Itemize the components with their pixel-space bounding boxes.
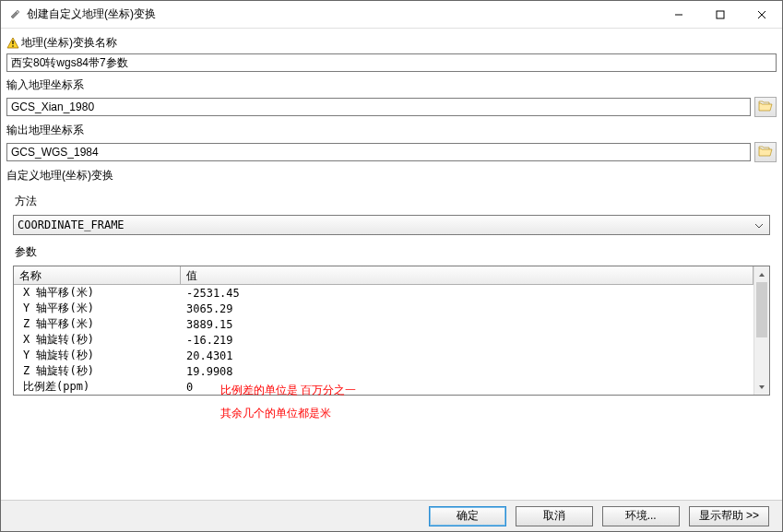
param-name-cell: Z 轴平移(米) xyxy=(14,316,181,332)
chevron-down-icon xyxy=(754,219,764,231)
svg-rect-1 xyxy=(717,11,724,18)
param-value-cell[interactable]: 20.4301 xyxy=(181,349,753,362)
output-cs-browse-button[interactable] xyxy=(754,142,777,162)
cancel-button[interactable]: 取消 xyxy=(516,506,593,526)
show-help-button[interactable]: 显示帮助 >> xyxy=(689,506,769,526)
transform-name-label: 地理(坐标)变换名称 xyxy=(21,35,117,51)
params-label: 参数 xyxy=(15,245,37,258)
param-name-cell: Y 轴旋转(秒) xyxy=(14,348,181,363)
param-name-cell: 比例差(ppm) xyxy=(14,379,181,395)
ok-button[interactable]: 确定 xyxy=(429,506,506,526)
output-cs-label: 输出地理坐标系 xyxy=(6,124,84,136)
method-select[interactable]: COORDINATE_FRAME xyxy=(13,215,770,235)
svg-point-5 xyxy=(12,45,14,47)
custom-transform-label: 自定义地理(坐标)变换 xyxy=(6,169,113,182)
minimize-button[interactable] xyxy=(658,1,699,28)
environment-button[interactable]: 环境... xyxy=(602,506,680,526)
param-name-cell: Z 轴旋转(秒) xyxy=(14,363,181,379)
table-row[interactable]: Z 轴旋转(秒)19.9908 xyxy=(14,363,753,379)
scroll-down-button[interactable] xyxy=(754,379,769,395)
param-name-cell: X 轴旋转(秒) xyxy=(14,332,181,348)
content-area: 地理(坐标)变换名称 输入地理坐标系 输出地理坐标系 自定义地理(坐标)变换 xyxy=(1,29,782,500)
method-label: 方法 xyxy=(15,195,37,207)
param-value-cell[interactable]: 0 xyxy=(181,381,753,394)
param-name-cell: X 轴平移(米) xyxy=(14,285,181,301)
hammer-icon xyxy=(8,8,21,21)
table-row[interactable]: Y 轴旋转(秒)20.4301 xyxy=(14,348,753,363)
col-value-header[interactable]: 值 xyxy=(181,266,753,285)
input-cs-input[interactable] xyxy=(6,98,751,116)
transform-name-input[interactable] xyxy=(6,53,777,72)
folder-icon xyxy=(758,145,773,160)
custom-transform-panel: 方法 COORDINATE_FRAME 参数 名称 值 X 轴平移(米)-253… xyxy=(6,187,777,426)
param-value-cell[interactable]: -2531.45 xyxy=(181,287,753,300)
output-cs-input[interactable] xyxy=(6,143,751,161)
input-cs-label: 输入地理坐标系 xyxy=(6,78,84,91)
window-title: 创建自定义地理(坐标)变换 xyxy=(27,6,658,22)
param-name-cell: Y 轴平移(米) xyxy=(14,301,181,316)
param-value-cell[interactable]: 19.9908 xyxy=(181,365,753,378)
maximize-button[interactable] xyxy=(699,1,741,28)
input-cs-browse-button[interactable] xyxy=(754,97,777,117)
note-line-2: 其余几个的单位都是米 xyxy=(215,407,331,420)
scroll-up-button[interactable] xyxy=(754,266,769,282)
window-controls xyxy=(658,1,782,28)
button-bar: 确定 取消 环境... 显示帮助 >> xyxy=(1,500,782,531)
params-body: X 轴平移(米)-2531.45Y 轴平移(米)3065.29Z 轴平移(米)3… xyxy=(14,285,753,395)
folder-icon xyxy=(758,100,773,115)
table-row[interactable]: Y 轴平移(米)3065.29 xyxy=(14,301,753,316)
vertical-scrollbar[interactable] xyxy=(753,266,769,395)
params-header: 名称 值 xyxy=(14,266,753,285)
warning-icon xyxy=(6,37,19,50)
method-value: COORDINATE_FRAME xyxy=(18,219,125,231)
param-value-cell[interactable]: 3065.29 xyxy=(181,302,753,315)
name-label-row: 地理(坐标)变换名称 xyxy=(6,33,777,52)
params-table: 名称 值 X 轴平移(米)-2531.45Y 轴平移(米)3065.29Z 轴平… xyxy=(13,266,770,396)
param-value-cell[interactable]: -16.219 xyxy=(181,334,753,347)
titlebar: 创建自定义地理(坐标)变换 xyxy=(1,1,782,29)
table-row[interactable]: X 轴平移(米)-2531.45 xyxy=(14,285,753,301)
table-row[interactable]: Z 轴平移(米)3889.15 xyxy=(14,316,753,332)
scroll-thumb[interactable] xyxy=(756,282,767,337)
col-name-header[interactable]: 名称 xyxy=(14,266,181,285)
param-value-cell[interactable]: 3889.15 xyxy=(181,318,753,331)
scroll-track[interactable] xyxy=(754,282,769,379)
table-row[interactable]: X 轴旋转(秒)-16.219 xyxy=(14,332,753,348)
table-row[interactable]: 比例差(ppm)0 xyxy=(14,379,753,395)
close-button[interactable] xyxy=(741,1,782,28)
dialog-window: 创建自定义地理(坐标)变换 地理(坐标)变换名称 输入地理坐标系 xyxy=(0,0,783,532)
